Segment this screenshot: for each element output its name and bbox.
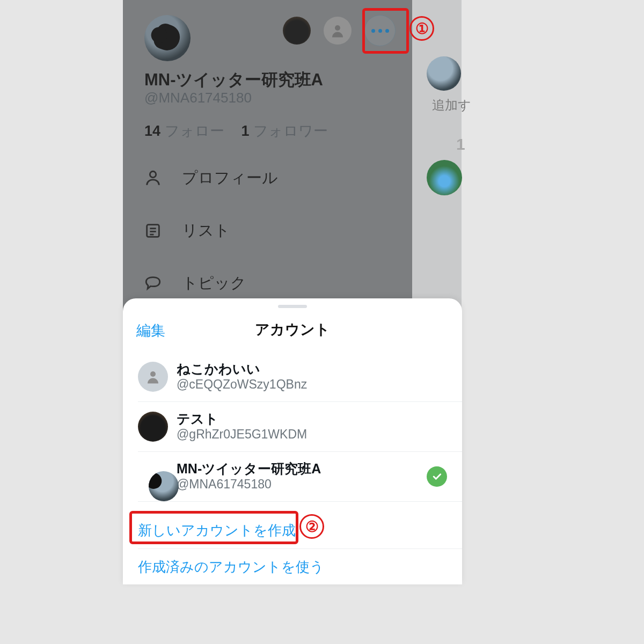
account-handle: @MNA61745180	[177, 477, 321, 493]
annotation-highlight-2	[129, 511, 298, 544]
person-icon	[145, 369, 161, 385]
sheet-grab-handle[interactable]	[278, 305, 307, 308]
fleet-avatar-2[interactable]	[427, 160, 462, 195]
annotation-number-2: ②	[299, 514, 324, 539]
use-existing-account-link[interactable]: 作成済みのアカウントを使う	[138, 549, 462, 585]
account-handle: @gRhZr0JE5G1WKDM	[177, 427, 307, 443]
account-handle: @cEQQZoWSzy1QBnz	[177, 377, 307, 393]
account-avatar	[138, 362, 168, 392]
selected-check-icon	[427, 466, 447, 487]
account-name: MN-ツイッター研究班A	[177, 460, 321, 477]
annotation-number-1: ①	[409, 16, 434, 41]
account-row[interactable]: ねこかわいい @cEQQZoWSzy1QBnz	[138, 352, 462, 402]
account-row[interactable]: MN-ツイッター研究班A @MNA61745180	[138, 452, 462, 502]
account-name: テスト	[177, 411, 307, 427]
account-row[interactable]: テスト @gRhZr0JE5G1WKDM	[138, 402, 462, 452]
annotation-highlight-1	[362, 8, 409, 54]
svg-point-6	[150, 371, 156, 377]
account-name: ねこかわいい	[177, 361, 307, 377]
fleet-badge: 1	[456, 135, 465, 153]
add-fleet-label: 追加す	[432, 97, 471, 114]
fleet-avatar[interactable]	[427, 56, 461, 91]
sheet-title: アカウント	[123, 320, 462, 339]
account-avatar	[138, 412, 168, 442]
